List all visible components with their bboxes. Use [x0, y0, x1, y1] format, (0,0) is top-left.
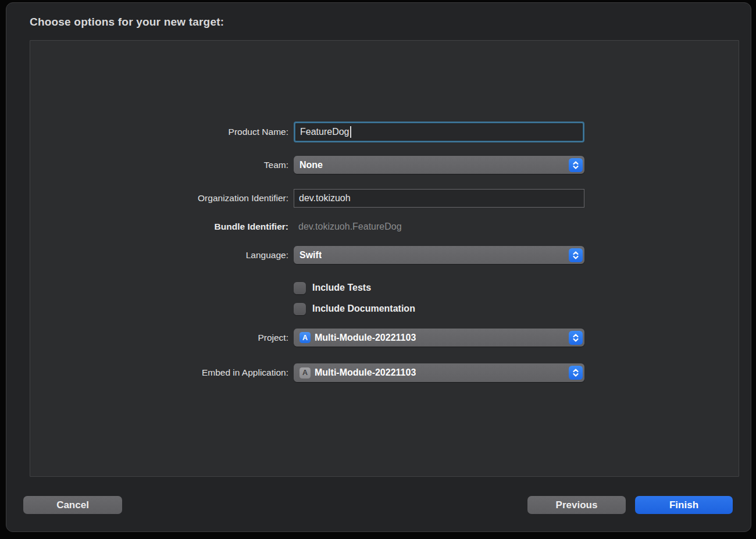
embed-in-application-dropdown[interactable]: A Multi-Module-20221103 [294, 363, 584, 382]
embed-in-application-value: Multi-Module-20221103 [315, 367, 416, 378]
project-value: Multi-Module-20221103 [315, 333, 416, 343]
chevron-up-down-icon [569, 158, 583, 172]
embed-in-application-row: Embed in Application: A Multi-Module-202… [0, 363, 756, 382]
xcode-project-icon: A [299, 332, 311, 343]
chevron-up-down-icon [569, 366, 583, 380]
product-name-label: Product Name: [0, 127, 294, 137]
include-documentation-checkbox[interactable] [294, 303, 306, 315]
product-name-input[interactable]: FeatureDog [294, 122, 584, 142]
project-label: Project: [0, 333, 294, 343]
include-tests-checkbox[interactable] [294, 282, 306, 294]
organization-identifier-label: Organization Identifier: [0, 193, 294, 204]
language-row: Language: Swift [0, 246, 756, 264]
product-name-row: Product Name: FeatureDog [0, 122, 756, 142]
include-tests-row: Include Tests [0, 281, 756, 295]
bundle-identifier-label: Bundle Identifier: [0, 222, 294, 232]
organization-identifier-input[interactable]: dev.tokizuoh [294, 189, 584, 208]
organization-identifier-row: Organization Identifier: dev.tokizuoh [0, 189, 756, 208]
text-cursor [350, 126, 351, 138]
product-name-value: FeatureDog [300, 127, 350, 137]
bundle-identifier-value: dev.tokizuoh.FeatureDog [294, 222, 584, 232]
chevron-up-down-icon [569, 331, 583, 345]
new-target-options-sheet: Choose options for your new target: [6, 2, 751, 532]
finish-button[interactable]: Finish [635, 496, 733, 514]
project-row: Project: A Multi-Module-20221103 [0, 329, 756, 347]
sheet-title: Choose options for your new target: [30, 16, 224, 28]
team-dropdown[interactable]: None [294, 156, 584, 174]
language-dropdown[interactable]: Swift [294, 246, 584, 264]
bundle-identifier-row: Bundle Identifier: dev.tokizuoh.FeatureD… [0, 220, 756, 234]
team-row: Team: None [0, 156, 756, 174]
organization-identifier-value: dev.tokizuoh [299, 193, 351, 204]
app-target-icon: A [299, 367, 311, 379]
cancel-button[interactable]: Cancel [23, 496, 122, 514]
team-label: Team: [0, 160, 294, 170]
language-label: Language: [0, 250, 294, 260]
include-documentation-label: Include Documentation [312, 304, 415, 314]
previous-button[interactable]: Previous [527, 496, 626, 514]
language-value: Swift [299, 250, 322, 260]
chevron-up-down-icon [569, 248, 583, 262]
embed-in-application-label: Embed in Application: [0, 367, 294, 378]
include-tests-label: Include Tests [312, 283, 371, 293]
project-dropdown[interactable]: A Multi-Module-20221103 [294, 329, 584, 347]
team-value: None [299, 160, 323, 170]
include-documentation-row: Include Documentation [0, 302, 756, 316]
